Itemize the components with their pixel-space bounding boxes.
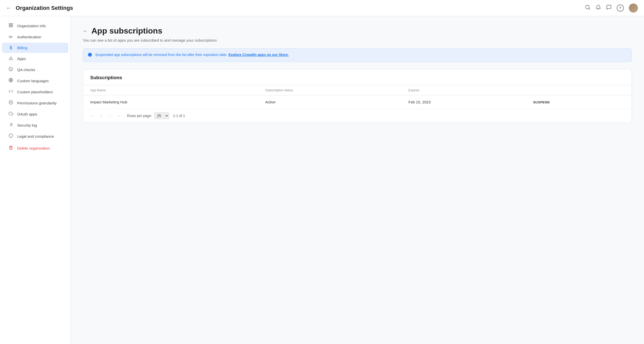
avatar-image	[629, 4, 638, 13]
sidebar-item-qa-checks[interactable]: QA checks	[2, 64, 68, 75]
sidebar-label-org-info: Organization info	[17, 24, 46, 28]
header-back-button[interactable]: ←	[6, 5, 12, 11]
suspend-button[interactable]: SUSPEND	[533, 100, 550, 104]
sidebar-item-custom-placeholders[interactable]: Custom placeholders	[2, 87, 68, 97]
sidebar-item-custom-languages[interactable]: Custom languages	[2, 75, 68, 86]
card-title: Subscriptions	[83, 69, 632, 85]
header-title: Organization Settings	[16, 5, 73, 11]
next-page-button[interactable]	[106, 113, 114, 119]
header-right: ?	[585, 4, 638, 13]
globe-icon	[8, 78, 14, 84]
col-expires: Expires	[401, 85, 526, 95]
col-subscription-status: Subscription status	[258, 85, 401, 95]
sidebar-label-delete-org: Delete organization	[17, 146, 50, 150]
cell-action: SUSPEND	[526, 95, 632, 109]
cell-status: Active	[258, 95, 401, 109]
prev-page-button[interactable]	[97, 113, 105, 119]
first-page-button[interactable]	[88, 113, 96, 119]
download-icon	[8, 56, 14, 62]
pagination: Rows per page: 25 50 100 1-1 of 1	[83, 109, 632, 123]
sidebar-label-apps: Apps	[17, 56, 26, 61]
sidebar-item-delete-org[interactable]: Delete organization	[2, 143, 68, 154]
header: ← Organization Settings ?	[0, 0, 644, 16]
store-link[interactable]: Explore Crowdin apps on our Store.	[229, 53, 289, 57]
cell-expires: Feb 15, 2023	[401, 95, 526, 109]
key-icon	[8, 34, 14, 40]
sidebar-label-legal-compliance: Legal and compliance	[17, 134, 54, 138]
rows-per-page-label: Rows per page:	[127, 114, 152, 118]
sidebar-label-billing: Billing	[17, 46, 27, 50]
page-back-button[interactable]: ←	[83, 28, 88, 34]
sidebar: Organization info Authentication $ Billi…	[0, 16, 71, 344]
code-icon	[8, 89, 14, 95]
sidebar-item-authentication[interactable]: Authentication	[2, 32, 68, 42]
sidebar-item-apps[interactable]: Apps	[2, 53, 68, 64]
subscriptions-table: App Name Subscription status Expires Imp…	[83, 85, 632, 109]
sidebar-label-qa-checks: QA checks	[17, 68, 35, 72]
grid-icon	[8, 23, 14, 29]
sidebar-label-authentication: Authentication	[17, 35, 41, 39]
svg-rect-3	[11, 23, 13, 25]
chat-icon[interactable]	[606, 5, 612, 11]
info-banner-icon	[88, 52, 92, 58]
svg-rect-5	[11, 26, 13, 27]
help-icon[interactable]: ?	[617, 5, 624, 12]
subscriptions-card: Subscriptions App Name Subscription stat…	[83, 69, 632, 123]
page-title: App subscriptions	[91, 26, 162, 36]
sidebar-label-security-log: Security log	[17, 123, 37, 127]
bell-icon[interactable]	[596, 5, 601, 11]
list-icon	[8, 122, 14, 128]
search-icon[interactable]	[585, 5, 590, 11]
info-banner: Suspended app subscriptions will be remo…	[83, 48, 632, 62]
checkmark-icon	[8, 67, 14, 73]
page-header: ← App subscriptions	[83, 26, 632, 36]
info-circle-icon	[8, 133, 14, 139]
col-action	[526, 85, 632, 95]
sidebar-item-legal-compliance[interactable]: Legal and compliance	[2, 131, 68, 142]
page-subtitle: You can see a list of apps you are subsc…	[83, 38, 632, 42]
trash-icon	[8, 145, 14, 151]
sidebar-label-oauth-apps: OAuth apps	[17, 112, 37, 116]
plus-circle-icon	[8, 100, 14, 106]
cloud-icon	[8, 111, 14, 117]
svg-rect-4	[9, 26, 10, 27]
svg-rect-2	[9, 23, 10, 25]
main-content: ← App subscriptions You can see a list o…	[71, 16, 644, 344]
svg-point-6	[9, 36, 11, 38]
rows-per-page-select[interactable]: 25 50 100	[154, 112, 169, 119]
sidebar-item-oauth-apps[interactable]: OAuth apps	[2, 109, 68, 120]
last-page-button[interactable]	[115, 113, 123, 119]
sidebar-label-custom-placeholders: Custom placeholders	[17, 90, 53, 94]
sidebar-item-billing[interactable]: $ Billing	[2, 43, 68, 53]
header-left: ← Organization Settings	[6, 5, 73, 11]
sidebar-label-permissions-granularity: Permissions granularity	[17, 101, 57, 105]
info-banner-text: Suspended app subscriptions will be remo…	[95, 52, 289, 58]
sidebar-label-custom-languages: Custom languages	[17, 79, 49, 83]
avatar[interactable]	[629, 4, 638, 13]
svg-line-1	[589, 8, 590, 9]
col-app-name: App Name	[83, 85, 258, 95]
sidebar-item-org-info[interactable]: Organization info	[2, 20, 68, 31]
cell-app-name: Impact Marketing Hub	[83, 95, 258, 109]
sidebar-item-permissions-granularity[interactable]: Permissions granularity	[2, 98, 68, 108]
page-info: 1-1 of 1	[173, 114, 185, 118]
dollar-icon: $	[8, 45, 14, 50]
table-row: Impact Marketing Hub Active Feb 15, 2023…	[83, 95, 632, 109]
sidebar-item-security-log[interactable]: Security log	[2, 120, 68, 131]
layout: Organization info Authentication $ Billi…	[0, 16, 644, 344]
